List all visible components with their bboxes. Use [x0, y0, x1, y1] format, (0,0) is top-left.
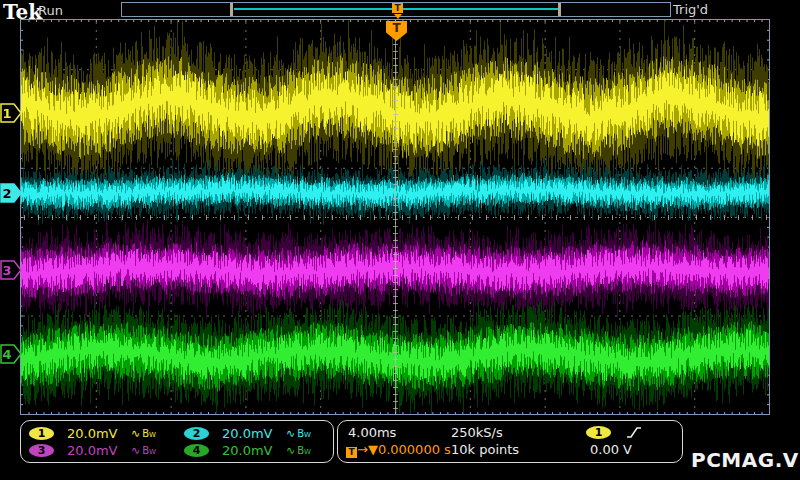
channel-3-scale: 20.0mV: [67, 443, 123, 458]
svg-text:2: 2: [2, 186, 11, 201]
channel-2-marker: 2: [0, 183, 23, 203]
channel-3-badge: 3: [29, 444, 54, 457]
channel-4-badge: 4: [184, 444, 209, 457]
waveform-canvas: [21, 20, 769, 414]
channel-readout-box: 1 20.0mV ∿ BW 2 20.0mV ∿ BW 3 20.0mV ∿ B…: [20, 420, 334, 463]
channel-3-coupling-bandwidth-icon: ∿ BW: [131, 444, 156, 457]
channel-4-readout: 4 20.0mV ∿ BW: [184, 442, 311, 458]
channel-3-marker: 3: [0, 260, 23, 280]
sample-rate-readout: 250kS/s: [451, 425, 503, 440]
channel-2-coupling-bandwidth-icon: ∿ BW: [286, 427, 311, 440]
trigger-source-badge: 1: [586, 426, 611, 439]
timebase-readout: 4.00ms: [348, 425, 396, 440]
channel-3-readout: 3 20.0mV ∿ BW: [29, 442, 156, 458]
window-bracket-right: [558, 3, 561, 16]
svg-text:4: 4: [2, 347, 11, 362]
channel-2-scale: 20.0mV: [222, 426, 278, 441]
svg-text:1: 1: [2, 106, 11, 121]
record-length-readout: 10k points: [451, 442, 519, 457]
trigger-t-icon: T: [346, 447, 357, 458]
trigger-position-value: 0.000000 s: [378, 442, 451, 457]
trigger-level-readout: 0.00 V: [590, 442, 632, 457]
acquisition-status: Run: [38, 3, 63, 18]
channel-1-readout: 1 20.0mV ∿ BW: [29, 425, 156, 441]
horizontal-trigger-readout-box: 4.00ms 250kS/s 1 T→▼0.000000 s 10k point…: [337, 420, 683, 463]
graticule: [20, 19, 770, 415]
channel-1-marker: 1: [0, 103, 23, 123]
trigger-status: Trig'd: [673, 2, 708, 17]
channel-2-readout: 2 20.0mV ∿ BW: [184, 425, 311, 441]
bar-trigger-icon: T: [392, 3, 403, 13]
trigger-source-badge-wrap: 1: [586, 424, 611, 439]
channel-1-coupling-bandwidth-icon: ∿ BW: [131, 427, 156, 440]
trigger-position-readout: T→▼0.000000 s: [346, 442, 451, 458]
channel-4-marker: 4: [0, 344, 23, 364]
watermark: PCMAG.VN: [691, 448, 800, 472]
channel-1-badge: 1: [29, 427, 54, 440]
oscilloscope-screen: Tek Run T Trig'd T 1 2 3 4 1 20.0mV ∿ BW…: [0, 0, 800, 480]
channel-2-badge: 2: [184, 427, 209, 440]
channel-1-scale: 20.0mV: [67, 426, 123, 441]
channel-4-scale: 20.0mV: [222, 443, 278, 458]
channel-4-coupling-bandwidth-icon: ∿ BW: [286, 444, 311, 457]
svg-text:3: 3: [2, 263, 11, 278]
window-bracket-left: [230, 3, 233, 16]
trigger-slope-rising-icon: [626, 426, 642, 439]
trigger-arrow-icon: →▼: [357, 442, 378, 457]
